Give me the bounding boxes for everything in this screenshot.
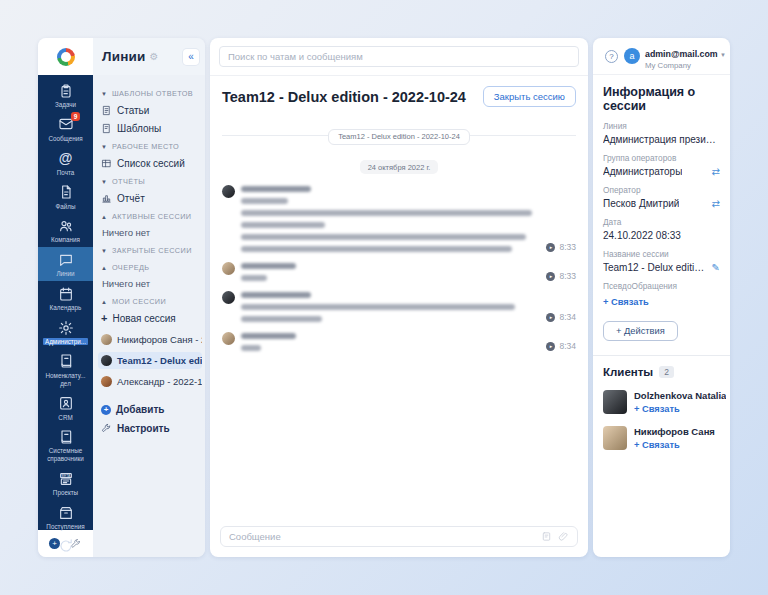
menu-item-report[interactable]: Отчёт <box>101 193 199 204</box>
section-label: ОТЧЁТЫ <box>112 177 145 186</box>
insert-template-icon[interactable] <box>541 531 552 542</box>
app-logo[interactable] <box>38 38 93 75</box>
message-time: 8:34 <box>559 341 576 351</box>
message-time: 8:34 <box>559 312 576 322</box>
menu-section-closed-sessions[interactable]: ▼ЗАКРЫТЫЕ СЕССИИ <box>101 246 199 255</box>
menu-section-queue[interactable]: ▲ОЧЕРЕДЬ <box>101 263 199 272</box>
close-session-button[interactable]: Закрыть сессию <box>483 86 576 107</box>
field-label: Название сессии <box>603 249 720 259</box>
rail-item-label: Линии <box>56 270 74 278</box>
swap-icon[interactable]: ⇄ <box>712 166 720 177</box>
session-divider-chip: Team12 - Delux edition - 2022-10-24 <box>328 129 470 145</box>
search-input[interactable] <box>219 46 579 67</box>
client-row: Никифоров Саня+ Связать <box>603 426 720 450</box>
unread-badge: 9 <box>71 112 80 121</box>
account-menu[interactable]: a admin@mail.com ▼ My Company <box>624 43 722 70</box>
session-team12[interactable]: Team12 - Delux edition - 2022 <box>98 352 202 369</box>
account-company: My Company <box>645 61 722 70</box>
message-sender-blurred <box>241 333 296 339</box>
info-field: Группа операторовАдминистраторы⇄ <box>603 153 720 177</box>
rail-item-mail[interactable]: @Почта <box>38 146 93 180</box>
menu-section-my-sessions[interactable]: ▲МОИ СЕССИИ <box>101 297 199 306</box>
client-avatar <box>603 390 627 414</box>
chat-message-nikiforov-sanya: ▸8:33 <box>222 261 576 281</box>
chat-message-nikiforov-sanya: ▸8:34 <box>222 331 576 351</box>
attach-file-icon[interactable] <box>558 531 569 542</box>
message-text-blurred <box>241 304 515 310</box>
field-value: Песков Дмитрий <box>603 198 679 209</box>
rail-item-company[interactable]: Компания <box>38 213 93 247</box>
date-divider-chip: 24 октября 2022 г. <box>360 160 439 174</box>
menu-item-label: Список сессий <box>117 158 185 169</box>
message-text-blurred <box>241 246 512 252</box>
rail-item-label: Почта <box>57 169 75 177</box>
session-divider: Team12 - Delux edition - 2022-10-24 <box>222 125 576 145</box>
session-alexandr[interactable]: Александр - 2022-10-20 <box>98 373 202 390</box>
rail-item-sync[interactable] <box>38 534 93 557</box>
message-time: 8:33 <box>559 271 576 281</box>
beta-icon: BETA <box>57 470 74 487</box>
idcard-icon <box>57 395 74 412</box>
link-pseudo-appeal[interactable]: + Связать <box>603 297 649 307</box>
rail-item-crm[interactable]: CRM <box>38 391 93 425</box>
message-text-blurred <box>241 275 267 281</box>
rail-item-files[interactable]: Файлы <box>38 180 93 214</box>
menu-section-active-sessions[interactable]: ▲АКТИВНЫЕ СЕССИИ <box>101 212 199 221</box>
menu-section-reports[interactable]: ▼ОТЧЁТЫ <box>101 177 199 186</box>
rail-item-lines[interactable]: Линии <box>38 247 93 281</box>
rail-item-system-refs[interactable]: Системные справочники <box>38 424 93 466</box>
rail-item-calendar[interactable]: Календарь <box>38 281 93 315</box>
help-icon[interactable]: ? <box>605 50 618 63</box>
rail-item-tasks[interactable]: Задачи <box>38 78 93 112</box>
clients-title: Клиенты <box>603 366 653 378</box>
box-icon <box>57 504 74 521</box>
message-avatar <box>222 185 235 198</box>
swap-icon[interactable]: ⇄ <box>712 198 720 209</box>
rail-item-income[interactable]: Поступления <box>38 500 93 534</box>
field-label: ПсевдоОбращения <box>603 281 720 291</box>
rail-item-messages[interactable]: 9Сообщения <box>38 112 93 146</box>
at-icon: @ <box>57 150 74 167</box>
section-label: ОЧЕРЕДЬ <box>112 263 150 272</box>
configure-button[interactable]: Настроить <box>101 423 199 434</box>
module-settings-gear-icon[interactable]: ⚙ <box>150 51 159 62</box>
rail-item-administration[interactable]: Администри... <box>38 315 93 349</box>
sidebar-collapse-button[interactable]: « <box>183 49 199 65</box>
edit-icon[interactable]: ✎ <box>712 262 720 273</box>
plus-circle-icon: + <box>101 405 111 415</box>
menu-item-articles[interactable]: Статьи <box>101 105 199 116</box>
message-sender-blurred <box>241 263 296 269</box>
client-name: Dolzhenkova Natalia <box>634 390 726 401</box>
field-label: Линия <box>603 121 720 131</box>
rail-item-label: Задачи <box>55 101 76 109</box>
client-link-button[interactable]: + Связать <box>634 404 726 414</box>
client-avatar <box>603 426 627 450</box>
rail-item-nomenclature[interactable]: Номенклату... дел <box>38 349 93 391</box>
session-nikiforov[interactable]: Никифоров Саня - 2022-10-24 <box>98 331 202 348</box>
new-session-button[interactable]: +Новая сессия <box>101 313 199 324</box>
chevron-down-icon: ▼ <box>720 52 726 58</box>
client-link-button[interactable]: + Связать <box>634 440 715 450</box>
menu-item-label: Статьи <box>117 105 149 116</box>
message-input[interactable]: Сообщение <box>220 526 578 547</box>
section-toggle-icon: ▲ <box>101 265 107 271</box>
menu-item-templates[interactable]: Шаблоны <box>101 123 199 134</box>
message-avatar <box>222 262 235 275</box>
actions-button[interactable]: + Действия <box>603 321 678 341</box>
action-label: Настроить <box>117 423 170 434</box>
section-label: ШАБЛОНЫ ОТВЕТОВ <box>112 89 193 98</box>
action-label: Добавить <box>116 404 164 415</box>
session-info-panel: ? a admin@mail.com ▼ My Company Информац… <box>593 38 730 557</box>
menu-section-answer-templates[interactable]: ▼ШАБЛОНЫ ОТВЕТОВ <box>101 89 199 98</box>
message-text-blurred <box>241 222 325 228</box>
sent-status-icon: ▸ <box>546 243 555 252</box>
rail-item-projects[interactable]: BETAПроекты <box>38 466 93 500</box>
session-avatar <box>101 376 112 387</box>
section-toggle-icon: ▼ <box>101 248 107 254</box>
message-list: ▸8:33▸8:33▸8:34▸8:34 <box>222 184 576 351</box>
menu-item-session-list[interactable]: Список сессий <box>101 158 199 169</box>
menu-section-workplace[interactable]: ▼РАБОЧЕЕ МЕСТО <box>101 142 199 151</box>
add-button[interactable]: +Добавить <box>101 404 199 415</box>
rail-item-label: Администри... <box>43 338 88 346</box>
message-avatar <box>222 291 235 304</box>
